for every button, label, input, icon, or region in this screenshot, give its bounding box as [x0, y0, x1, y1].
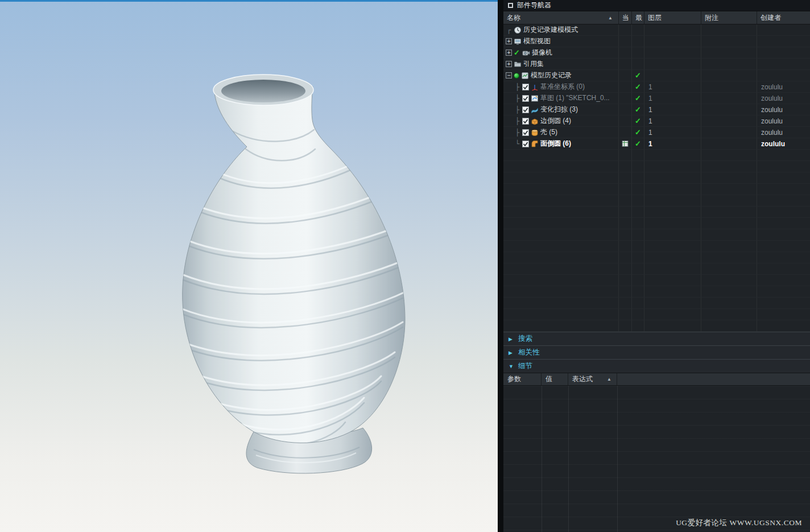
note-cell	[701, 24, 757, 36]
name-cell[interactable]: +模型视图	[503, 36, 619, 47]
name-cell[interactable]: +✓摄像机	[503, 47, 619, 59]
tree-row[interactable]: ┌历史记录建模模式	[503, 24, 810, 36]
name-cell[interactable]: ├壳 (5)	[503, 127, 619, 138]
tree-row-empty[interactable]	[503, 275, 810, 286]
details-column-header: 参数 值 表达式 ▲	[503, 373, 810, 386]
tree-row-empty[interactable]	[503, 298, 810, 309]
layer-cell: 1	[644, 81, 701, 93]
name-cell[interactable]: ├边倒圆 (4)	[503, 116, 619, 127]
feature-label[interactable]: 面倒圆 (6)	[540, 139, 571, 149]
feature-checkbox[interactable]	[522, 84, 529, 90]
section-search[interactable]: ▶搜索	[503, 332, 810, 345]
feature-checkbox[interactable]	[522, 141, 529, 147]
feature-label[interactable]: 引用集	[523, 59, 544, 69]
collapse-arrow-icon[interactable]: ▼	[509, 364, 514, 369]
expand-arrow-icon[interactable]: ▶	[509, 350, 514, 356]
section-dependencies[interactable]: ▶相关性	[503, 345, 810, 359]
check-icon: ✓	[635, 140, 641, 147]
column-header-latest[interactable]: 最	[632, 11, 644, 24]
tree-row-empty[interactable]	[503, 218, 810, 229]
name-cell[interactable]: ├草图 (1) "SKETCH_0...	[503, 93, 619, 104]
current-cell	[619, 36, 632, 47]
tree-row-empty[interactable]	[503, 195, 810, 207]
layer-cell: 1	[644, 104, 701, 116]
tree-row[interactable]: +✓摄像机	[503, 47, 810, 59]
name-cell[interactable]: ├变化扫掠 (3)	[503, 104, 619, 116]
column-header-name[interactable]: 名称 ▲	[503, 11, 619, 24]
details-header-expression[interactable]: 表达式 ▲	[568, 373, 617, 385]
tree-row-empty[interactable]	[503, 252, 810, 263]
tree-row-empty[interactable]	[503, 263, 810, 275]
layer-cell	[644, 36, 701, 47]
tree-row-empty[interactable]	[503, 241, 810, 252]
feature-label[interactable]: 边倒圆 (4)	[540, 116, 571, 126]
feature-label[interactable]: 基准坐标系 (0)	[540, 82, 585, 92]
feature-label[interactable]: 壳 (5)	[540, 127, 557, 137]
feature-checkbox[interactable]	[522, 118, 529, 125]
expand-icon[interactable]: +	[506, 38, 512, 44]
name-cell[interactable]: ├基准坐标系 (0)	[503, 81, 619, 93]
collapse-icon[interactable]: −	[506, 72, 512, 79]
tree-row-empty[interactable]	[503, 320, 810, 332]
check-icon: ✓	[635, 117, 641, 125]
name-cell[interactable]: −模型历史记录	[503, 70, 619, 81]
feature-checkbox[interactable]	[522, 129, 529, 136]
note-cell	[701, 47, 757, 59]
section-details[interactable]: ▼细节	[503, 359, 810, 373]
column-header-creator[interactable]: 创建者	[757, 11, 810, 24]
latest-cell: ✓	[632, 81, 644, 93]
section-label[interactable]: 相关性	[518, 348, 540, 357]
tree-row-empty[interactable]	[503, 309, 810, 320]
check-icon: ✓	[635, 129, 641, 136]
feature-label[interactable]: 摄像机	[532, 48, 552, 57]
details-header-parameter[interactable]: 参数	[503, 373, 542, 385]
tree-row[interactable]: −模型历史记录✓	[503, 70, 810, 81]
latest-cell	[632, 36, 644, 47]
name-cell[interactable]: ┌历史记录建模模式	[503, 24, 619, 36]
column-header-note[interactable]: 附注	[701, 11, 757, 24]
vase-model[interactable]	[0, 0, 498, 532]
details-header-value[interactable]: 值	[542, 373, 568, 385]
name-cell[interactable]: └面倒圆 (6)	[503, 138, 619, 150]
tree-row[interactable]: ├边倒圆 (4)✓1zoululu	[503, 116, 810, 127]
section-label[interactable]: 细节	[518, 361, 532, 371]
section-label[interactable]: 搜索	[518, 334, 532, 344]
tree-connector: ├	[514, 83, 520, 91]
note-cell	[701, 104, 757, 116]
feature-label[interactable]: 历史记录建模模式	[523, 25, 578, 35]
face-blend-icon	[531, 140, 539, 148]
tree-row-empty[interactable]	[503, 172, 810, 184]
panel-splitter[interactable]	[498, 0, 503, 532]
tree-row-empty[interactable]	[503, 184, 810, 195]
tree-row-empty[interactable]	[503, 229, 810, 241]
tree-row[interactable]: └面倒圆 (6)✓1zoululu	[503, 138, 810, 150]
tree-row[interactable]: +模型视图	[503, 36, 810, 47]
name-cell[interactable]: +引用集	[503, 59, 619, 70]
tree-row-empty[interactable]	[503, 286, 810, 298]
camera-icon	[522, 49, 530, 57]
expand-arrow-icon[interactable]: ▶	[509, 336, 514, 342]
panel-titlebar[interactable]: 部件导航器	[503, 0, 810, 11]
3d-viewport[interactable]	[0, 0, 498, 532]
feature-label[interactable]: 模型视图	[523, 36, 551, 46]
tree-row[interactable]: ├草图 (1) "SKETCH_0...✓1zoululu	[503, 93, 810, 104]
expand-icon[interactable]: +	[506, 61, 512, 67]
feature-label[interactable]: 草图 (1) "SKETCH_0...	[540, 93, 610, 103]
feature-label[interactable]: 变化扫掠 (3)	[540, 105, 578, 114]
layer-cell: 1	[644, 116, 701, 127]
tree-row-empty[interactable]	[503, 207, 810, 218]
tree-row[interactable]: ├变化扫掠 (3)✓1zoululu	[503, 104, 810, 116]
tree-row[interactable]: ├壳 (5)✓1zoululu	[503, 127, 810, 138]
details-grid[interactable]	[503, 386, 810, 532]
expand-icon[interactable]: +	[506, 50, 512, 56]
column-header-layer[interactable]: 图层	[644, 11, 701, 24]
tree-row[interactable]: +引用集	[503, 59, 810, 70]
feature-checkbox[interactable]	[522, 106, 529, 113]
feature-checkbox[interactable]	[522, 95, 529, 102]
tree-row-empty[interactable]	[503, 161, 810, 172]
feature-label[interactable]: 模型历史记录	[531, 71, 572, 80]
model-view-icon	[514, 38, 522, 46]
tree-row[interactable]: ├基准坐标系 (0)✓1zoululu	[503, 81, 810, 93]
tree-row-empty[interactable]	[503, 150, 810, 161]
column-header-current[interactable]: 当	[619, 11, 632, 24]
